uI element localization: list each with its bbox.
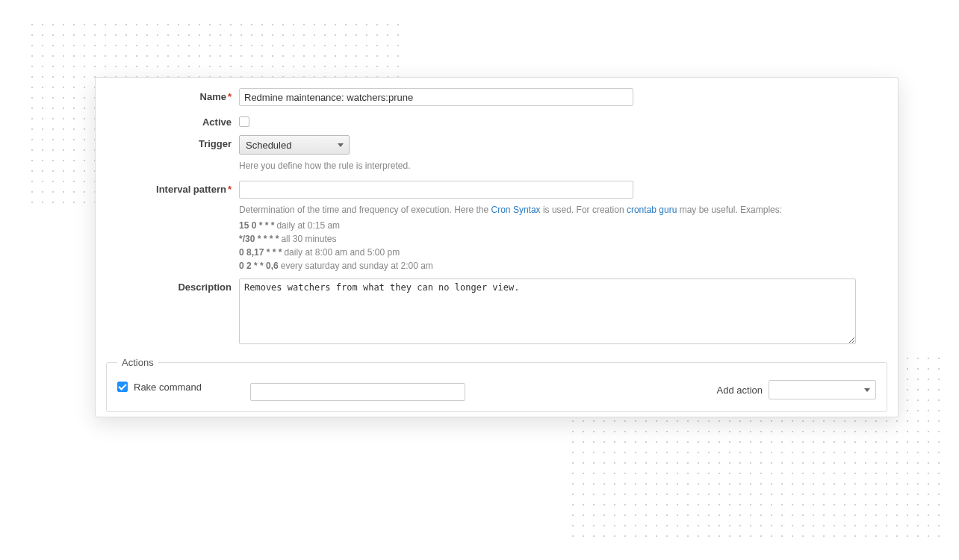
description-label: Description	[106, 279, 239, 293]
trigger-select[interactable]: Scheduled	[239, 135, 350, 155]
trigger-label: Trigger	[106, 135, 239, 149]
interval-hint: Determination of the time and frequency …	[239, 203, 887, 217]
required-marker: *	[228, 184, 232, 195]
trigger-hint: Here you define how the rule is interpre…	[239, 159, 887, 173]
actions-fieldset: Actions Rake command Add action	[106, 357, 887, 412]
rake-command-input[interactable]	[250, 383, 465, 401]
name-input[interactable]	[239, 88, 633, 106]
name-label: Name*	[106, 88, 239, 102]
rake-command-checkbox[interactable]	[117, 382, 128, 392]
add-action-label: Add action	[717, 385, 763, 396]
cron-syntax-link[interactable]: Cron Syntax	[491, 205, 541, 215]
active-label: Active	[106, 113, 239, 128]
actions-legend: Actions	[117, 357, 158, 368]
interval-input[interactable]	[239, 181, 633, 199]
rake-command-label[interactable]: Rake command	[117, 380, 250, 395]
crontab-guru-link[interactable]: crontab guru	[627, 205, 677, 215]
description-textarea[interactable]: Removes watchers from what they can no l…	[239, 279, 856, 344]
required-marker: *	[228, 91, 232, 102]
add-action-select[interactable]	[769, 380, 876, 399]
interval-label: Interval pattern*	[106, 181, 239, 195]
active-checkbox[interactable]	[239, 116, 249, 127]
form-panel: Name* Active Trigger Scheduled Here you …	[95, 77, 899, 417]
interval-examples: 15 0 * * *daily at 0:15 am */30 * * * *a…	[239, 220, 887, 271]
